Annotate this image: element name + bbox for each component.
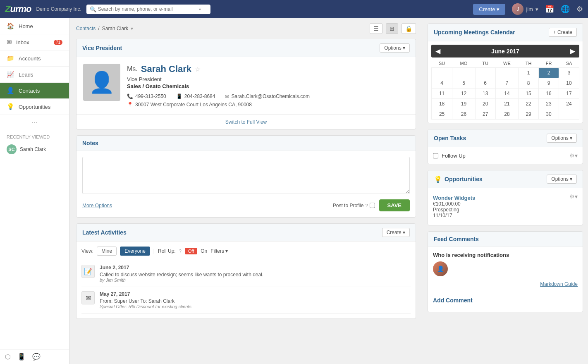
rollup-help-icon[interactable]: ?	[179, 249, 182, 254]
task-checkbox-follow-up[interactable]	[433, 153, 438, 158]
cal-day-5[interactable]: 5	[452, 78, 476, 89]
sidebar-item-contacts[interactable]: 👤 Contacts	[0, 83, 69, 99]
cal-day-24[interactable]: 24	[559, 99, 579, 109]
activity-item-1: ✉ May 27, 2017 From: Super User To: Sara…	[81, 287, 411, 314]
cal-day-25[interactable]: 25	[432, 109, 452, 120]
rollup-off-toggle[interactable]: Off	[185, 248, 197, 254]
grid-view-button[interactable]: ⊞	[386, 23, 398, 34]
cal-day-11[interactable]: 11	[432, 89, 452, 99]
settings-icon[interactable]: ⚙	[576, 5, 583, 14]
rollup-on-toggle[interactable]: On	[201, 248, 207, 254]
cal-day-22[interactable]: 22	[519, 99, 539, 109]
sidebar-item-leads[interactable]: 📈 Leads	[0, 67, 69, 83]
sidebar-item-inbox[interactable]: ✉ Inbox 71	[0, 34, 69, 50]
sidebar-mobile-icon[interactable]: 📱	[17, 353, 26, 361]
calendar-next-button[interactable]: ▶	[570, 47, 575, 55]
save-button[interactable]: SAVE	[379, 199, 410, 211]
task-gear-icon[interactable]: ⚙▾	[569, 152, 578, 159]
search-dropdown-icon[interactable]: ▾	[199, 7, 201, 12]
feed-body: Who is receiving notifications 👤 Markdow…	[428, 247, 583, 292]
contact-salutation: Ms.	[127, 65, 138, 73]
opportunities-header: 💡 Opportunities Options ▾	[428, 170, 583, 188]
activity-by-0: by Jim Smith	[100, 278, 411, 283]
everyone-filter-button[interactable]: Everyone	[120, 247, 150, 256]
cal-dow-tu: TU	[475, 59, 495, 68]
search-box[interactable]: 🔍 ▾	[86, 5, 210, 14]
opportunities-card: 💡 Opportunities Options ▾ Wonder Widgets…	[428, 170, 583, 225]
cal-day-26[interactable]: 26	[452, 109, 476, 120]
activities-create-button[interactable]: Create ▾	[382, 228, 410, 237]
list-view-button[interactable]: ☰	[370, 23, 382, 34]
markdown-guide-link[interactable]: Markdown Guide	[540, 281, 578, 287]
cal-day-21[interactable]: 21	[495, 99, 519, 109]
sidebar-more[interactable]: ···	[0, 115, 69, 130]
cal-day-16[interactable]: 16	[539, 89, 559, 99]
sidebar-item-opportunities[interactable]: 💡 Opportunities	[0, 99, 69, 115]
breadcrumb-parent[interactable]: Contacts	[76, 26, 96, 31]
cal-day-23[interactable]: 23	[539, 99, 559, 109]
switch-view-link[interactable]: Switch to Full View	[225, 119, 267, 125]
create-button[interactable]: Create ▾	[473, 4, 505, 15]
cal-day-27[interactable]: 27	[475, 109, 495, 120]
breadcrumb-dropdown[interactable]: ▾	[131, 26, 133, 31]
notes-body: More Options Post to Profile ? SAVE	[76, 151, 416, 217]
contact-name-row: Ms. Sarah Clark ☆	[127, 64, 409, 74]
cal-day-13[interactable]: 13	[475, 89, 495, 99]
home-icon: 🏠	[7, 22, 14, 30]
cal-day-29[interactable]: 29	[519, 109, 539, 120]
cal-day-empty-0-3	[495, 68, 519, 78]
opportunities-body: Wonder Widgets €101,000.00 Prospecting 1…	[428, 188, 583, 225]
cal-day-9[interactable]: 9	[539, 78, 559, 89]
cal-day-15[interactable]: 15	[519, 89, 539, 99]
cal-day-17[interactable]: 17	[559, 89, 579, 99]
contact-mobile-field: 📱 204-283-8684	[176, 93, 215, 99]
cal-day-10[interactable]: 10	[559, 78, 579, 89]
sidebar-item-home[interactable]: 🏠 Home	[0, 18, 69, 34]
calendar-create-button[interactable]: + Create	[549, 28, 577, 37]
cal-day-4[interactable]: 4	[432, 78, 452, 89]
main-content: Contacts / Sarah Clark ▾ ☰ ⊞ 🔒 Vice Pres…	[69, 18, 423, 364]
tasks-options-button[interactable]: Options ▾	[547, 134, 577, 143]
mine-filter-button[interactable]: Mine	[97, 247, 117, 256]
calendar-prev-button[interactable]: ◀	[435, 47, 440, 55]
activity-date-1: May 27, 2017	[100, 291, 411, 297]
cal-day-3[interactable]: 3	[559, 68, 579, 78]
cal-day-2[interactable]: 2	[539, 68, 559, 78]
tasks-card: Open Tasks Options ▾ Follow Up ⚙▾	[428, 129, 583, 164]
tasks-header: Open Tasks Options ▾	[428, 129, 583, 147]
sidebar-logout-icon[interactable]: ⬡	[5, 353, 11, 361]
cal-day-1[interactable]: 1	[519, 68, 539, 78]
notes-textarea[interactable]	[82, 157, 410, 194]
globe-icon[interactable]: 🌐	[561, 5, 570, 14]
sidebar-chat-icon[interactable]: 💬	[32, 353, 41, 361]
create-dropdown-icon: ▾	[497, 6, 500, 12]
cal-day-8[interactable]: 8	[519, 78, 539, 89]
help-icon[interactable]: ?	[365, 203, 368, 208]
more-options-link[interactable]: More Options	[82, 203, 112, 208]
feed-avatar-row: 👤	[433, 261, 578, 276]
switch-view-bar: Switch to Full View	[76, 114, 416, 129]
favorite-star-icon[interactable]: ☆	[195, 65, 201, 73]
opportunities-options-button[interactable]: Options ▾	[547, 175, 577, 184]
details-options-button[interactable]: Options ▾	[380, 43, 410, 53]
calendar-icon[interactable]: 📅	[545, 5, 554, 14]
lock-button[interactable]: 🔒	[402, 23, 416, 34]
cal-day-12[interactable]: 12	[452, 89, 476, 99]
cal-day-19[interactable]: 19	[452, 99, 476, 109]
cal-day-20[interactable]: 20	[475, 99, 495, 109]
recently-viewed-sarah-clark[interactable]: SC Sarah Clark	[0, 141, 69, 158]
search-input[interactable]	[98, 6, 197, 12]
cal-day-28[interactable]: 28	[495, 109, 519, 120]
filters-dropdown[interactable]: Filters ▾	[210, 248, 228, 254]
cal-day-18[interactable]: 18	[432, 99, 452, 109]
user-menu[interactable]: J jim ▾	[512, 3, 538, 15]
opp-gear-icon[interactable]: ⚙▾	[569, 193, 578, 200]
post-to-profile-checkbox[interactable]	[370, 203, 375, 208]
opp-details-0: Wonder Widgets €101,000.00 Prospecting 1…	[433, 193, 475, 220]
cal-day-7[interactable]: 7	[495, 78, 519, 89]
sidebar-item-accounts[interactable]: 📁 Accounts	[0, 50, 69, 67]
cal-day-30[interactable]: 30	[539, 109, 559, 120]
cal-day-14[interactable]: 14	[495, 89, 519, 99]
cal-day-6[interactable]: 6	[475, 78, 495, 89]
calendar-grid: SU MO TU WE TH FR SA 1234567891011121314…	[431, 59, 579, 120]
